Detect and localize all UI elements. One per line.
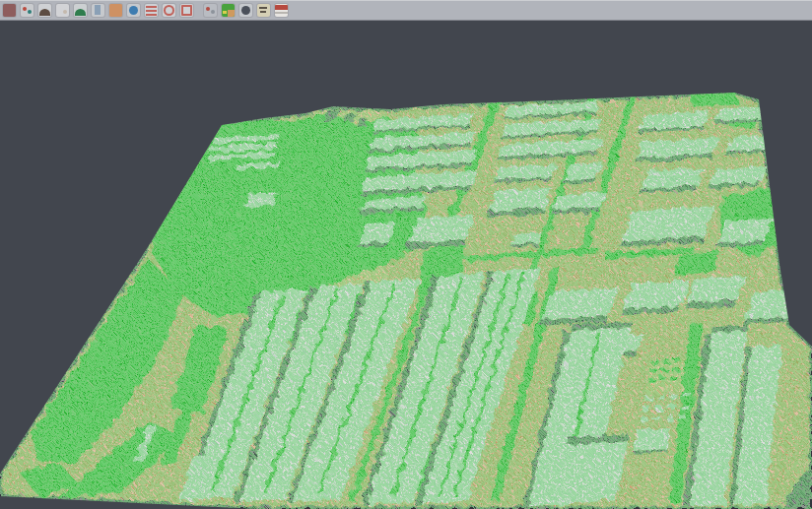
target-red-icon[interactable]	[162, 3, 176, 18]
classified-map-icon[interactable]	[221, 3, 236, 18]
profile-panel-icon[interactable]	[91, 3, 105, 18]
open-data-icon[interactable]	[2, 3, 17, 18]
annotation-icon[interactable]	[256, 3, 271, 18]
globe-3d-icon[interactable]	[126, 3, 141, 18]
terrain-brown-icon[interactable]	[37, 3, 52, 18]
viewport-3d[interactable]	[0, 21, 812, 509]
sphere-view-icon[interactable]	[238, 3, 253, 18]
grid-tool-icon[interactable]	[203, 3, 218, 18]
point-classes-icon[interactable]	[20, 3, 34, 18]
toolbar	[0, 0, 812, 21]
terrain-green-icon[interactable]	[73, 3, 88, 18]
ortho-image-icon[interactable]	[108, 3, 123, 18]
layers-red-icon[interactable]	[144, 3, 159, 18]
zoom-extent-icon[interactable]	[179, 3, 194, 18]
points-faint-icon[interactable]	[55, 3, 70, 18]
flag-red-icon[interactable]	[274, 3, 289, 18]
point-cloud-canvas[interactable]	[0, 0, 812, 509]
application-window	[0, 0, 812, 509]
